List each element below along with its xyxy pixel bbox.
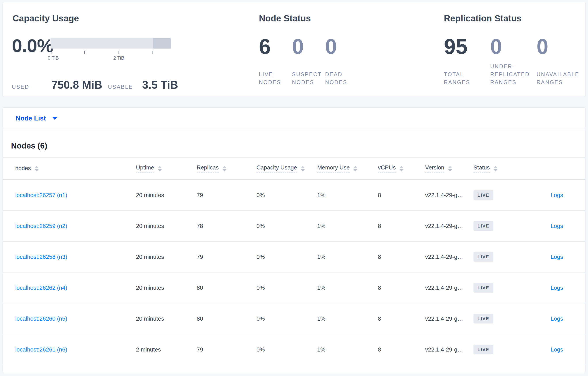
- version-cell: v22.1.4-29-g…: [425, 346, 473, 353]
- capacity-usage-cell: 0%: [256, 284, 317, 291]
- memory-use-cell: 1%: [317, 192, 378, 198]
- live-nodes-label: LIVE NODES: [259, 70, 289, 86]
- logs-link[interactable]: Logs: [551, 284, 563, 291]
- column-header-label: Capacity Usage: [256, 164, 297, 173]
- usable-value: 3.5 TiB: [142, 79, 178, 91]
- vcpus-cell: 8: [378, 284, 425, 291]
- logs-link[interactable]: Logs: [551, 223, 563, 229]
- uptime-cell: 20 minutes: [136, 253, 197, 260]
- column-header-capacity-usage[interactable]: Capacity Usage: [256, 164, 317, 173]
- uptime-cell: 2 minutes: [136, 346, 197, 353]
- logs-link[interactable]: Logs: [551, 315, 563, 322]
- vcpus-cell: 8: [378, 346, 425, 353]
- version-cell: v22.1.4-29-g…: [425, 223, 473, 230]
- column-header-memory-use[interactable]: Memory Use: [317, 164, 378, 173]
- column-header-status[interactable]: Status: [473, 164, 540, 173]
- dead-nodes-label: DEAD NODES: [325, 70, 356, 86]
- nodes-table-header: nodes Uptime Replicas Capacity Usage Mem…: [3, 157, 585, 180]
- column-header-label: nodes: [15, 165, 31, 172]
- memory-use-cell: 1%: [317, 223, 378, 230]
- version-cell: v22.1.4-29-g…: [425, 192, 473, 198]
- vcpus-cell: 8: [378, 253, 425, 260]
- status-badge: LIVE: [473, 221, 493, 231]
- column-header-label: Replicas: [197, 164, 219, 173]
- status-badge: LIVE: [473, 190, 493, 200]
- replication-stats: 95 TOTAL RANGES 0 UNDER-REPLICATED RANGE…: [444, 38, 588, 86]
- replicas-cell: 78: [197, 223, 256, 230]
- total-ranges-value: 95: [444, 38, 487, 55]
- replicas-cell: 80: [197, 315, 256, 322]
- node-link[interactable]: localhost:26257 (n1): [15, 192, 67, 198]
- suspect-nodes-label: SUSPECT NODES: [292, 70, 323, 86]
- column-header-uptime[interactable]: Uptime: [136, 164, 197, 173]
- view-selector-bar: Node List: [3, 108, 585, 129]
- capacity-usage-cell: 0%: [256, 223, 317, 230]
- under-replicated-ranges-label: UNDER-REPLICATED RANGES: [490, 63, 534, 86]
- column-header-label: Memory Use: [317, 164, 350, 173]
- column-header-replicas[interactable]: Replicas: [197, 164, 256, 173]
- column-header-version[interactable]: Version: [425, 164, 473, 173]
- memory-use-cell: 1%: [317, 315, 378, 322]
- status-badge: LIVE: [473, 345, 493, 354]
- capacity-gauge: 0.0% 0 TiB 2 TiB: [12, 38, 189, 61]
- table-row: localhost:26262 (n4) 20 minutes 80 0% 1%…: [3, 272, 585, 303]
- view-selector-dropdown[interactable]: Node List: [16, 115, 57, 122]
- capacity-usage-title: Capacity Usage: [13, 14, 189, 23]
- table-row: localhost:26259 (n2) 20 minutes 78 0% 1%…: [3, 211, 585, 242]
- table-row: localhost:26260 (n5) 20 minutes 80 0% 1%…: [3, 303, 585, 334]
- axis-tick: [51, 51, 52, 54]
- column-header-label: Version: [425, 164, 444, 173]
- node-link[interactable]: localhost:26261 (n6): [15, 346, 67, 353]
- replicas-cell: 80: [197, 284, 256, 291]
- uptime-cell: 20 minutes: [136, 315, 197, 322]
- version-cell: v22.1.4-29-g…: [425, 284, 473, 291]
- live-nodes-value: 6: [259, 38, 289, 55]
- column-header-vcpus[interactable]: vCPUs: [378, 164, 425, 173]
- total-ranges-stat: 95 TOTAL RANGES: [444, 38, 487, 86]
- dead-nodes-stat: 0 DEAD NODES: [325, 38, 356, 86]
- node-link[interactable]: localhost:26262 (n4): [15, 284, 67, 291]
- memory-use-cell: 1%: [317, 346, 378, 353]
- used-value: 750.8 MiB: [52, 79, 102, 91]
- unavailable-ranges-stat: 0 UNAVAILABLE RANGES: [536, 38, 580, 86]
- status-badge: LIVE: [473, 252, 493, 262]
- node-status-title: Node Status: [259, 14, 382, 23]
- uptime-cell: 20 minutes: [136, 223, 197, 230]
- column-header-nodes[interactable]: nodes: [15, 165, 136, 172]
- node-status-panel: Node Status 6 LIVE NODES 0 SUSPECT NODES…: [259, 14, 382, 86]
- capacity-usage-cell: 0%: [256, 192, 317, 198]
- sort-arrows-icon: [353, 166, 357, 171]
- suspect-nodes-stat: 0 SUSPECT NODES: [292, 38, 323, 86]
- capacity-axis-labels: 0 TiB 2 TiB: [51, 55, 171, 61]
- axis-tick: [153, 51, 153, 54]
- replicas-cell: 79: [197, 346, 256, 353]
- table-row: localhost:26257 (n1) 20 minutes 79 0% 1%…: [3, 180, 585, 211]
- sort-arrows-icon: [222, 166, 226, 171]
- axis-tick: [118, 51, 119, 54]
- vcpus-cell: 8: [378, 192, 425, 198]
- status-badge: LIVE: [473, 283, 493, 292]
- column-header-label: Uptime: [136, 164, 154, 173]
- column-header-label: Status: [473, 164, 490, 173]
- axis-label-0: 0 TiB: [48, 55, 59, 61]
- total-ranges-label: TOTAL RANGES: [444, 70, 487, 86]
- capacity-bar: 0 TiB 2 TiB: [51, 38, 171, 61]
- sort-arrows-icon: [448, 166, 452, 171]
- capacity-usage-cell: 0%: [256, 315, 317, 322]
- replication-status-panel: Replication Status 95 TOTAL RANGES 0 UND…: [444, 14, 588, 86]
- table-row: localhost:26258 (n3) 20 minutes 79 0% 1%…: [3, 242, 585, 272]
- node-link[interactable]: localhost:26259 (n2): [15, 223, 67, 229]
- node-link[interactable]: localhost:26258 (n3): [15, 253, 67, 260]
- sort-arrows-icon: [399, 166, 403, 171]
- node-link[interactable]: localhost:26260 (n5): [15, 315, 67, 322]
- sort-arrows-icon: [158, 166, 162, 171]
- unavailable-ranges-value: 0: [536, 38, 580, 55]
- vcpus-cell: 8: [378, 223, 425, 230]
- usable-label: USABLE: [108, 84, 133, 90]
- column-header-label: vCPUs: [378, 164, 396, 173]
- logs-link[interactable]: Logs: [551, 192, 563, 198]
- axis-label-2: 2 TiB: [113, 55, 124, 61]
- logs-link[interactable]: Logs: [551, 346, 563, 353]
- logs-link[interactable]: Logs: [551, 253, 563, 260]
- capacity-usage-cell: 0%: [256, 346, 317, 353]
